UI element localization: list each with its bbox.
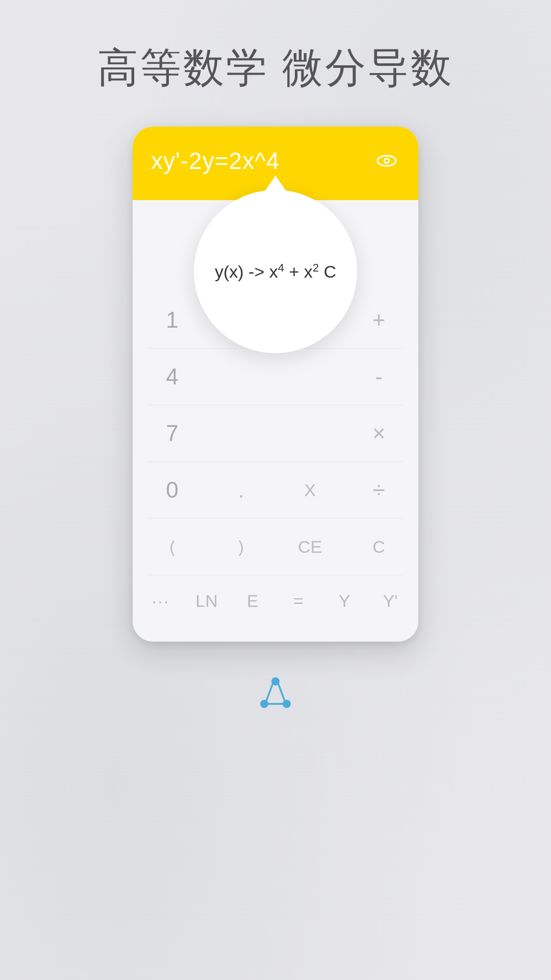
calculator-card: xy'-2y=2x^4 y(x) -> x4 + x2 C 1 2 3 + [133,127,418,642]
key-1[interactable]: 1 [144,292,201,348]
svg-point-2 [385,159,388,162]
key-row-6: ··· LN E = Y Y' [138,575,413,626]
key-row-3: 7 × [138,405,413,461]
svg-line-6 [266,684,272,701]
page-title: 高等数学 微分导数 [97,41,454,96]
key-0[interactable]: 0 [144,462,201,518]
result-formula: y(x) -> x4 + x2 C [215,258,336,285]
key-empty-9 [282,405,338,461]
key-4[interactable]: 4 [144,349,201,405]
key-empty-8 [213,405,269,461]
tree-icon[interactable] [255,672,296,713]
key-row-4: 0 . X ÷ [138,462,413,518]
key-ln[interactable]: LN [184,575,230,626]
key-equals[interactable]: = [276,575,321,626]
key-minus[interactable]: - [351,349,407,405]
svg-line-7 [279,684,285,701]
key-open-paren[interactable]: ( [144,519,201,575]
key-more[interactable]: ··· [138,575,184,626]
key-empty-5 [213,349,269,405]
key-dot[interactable]: . [213,462,269,518]
key-c[interactable]: C [351,519,407,575]
key-row-5: ( ) CE C [138,519,413,575]
display-expression: xy'-2y=2x^4 [151,147,280,175]
key-e[interactable]: E [230,575,276,626]
key-empty-6 [282,349,338,405]
key-x[interactable]: X [282,462,338,518]
key-plus[interactable]: + [351,292,407,348]
key-row-2: 4 - [138,349,413,405]
key-7[interactable]: 7 [144,405,201,461]
key-ce[interactable]: CE [282,519,338,575]
key-y-prime[interactable]: Y' [367,575,413,626]
key-multiply[interactable]: × [351,405,407,461]
key-close-paren[interactable]: ) [213,519,269,575]
key-y[interactable]: Y [321,575,367,626]
eye-icon[interactable] [373,148,400,174]
key-divide[interactable]: ÷ [351,462,407,518]
result-bubble: y(x) -> x4 + x2 C [194,190,357,353]
bottom-nav [255,672,296,713]
